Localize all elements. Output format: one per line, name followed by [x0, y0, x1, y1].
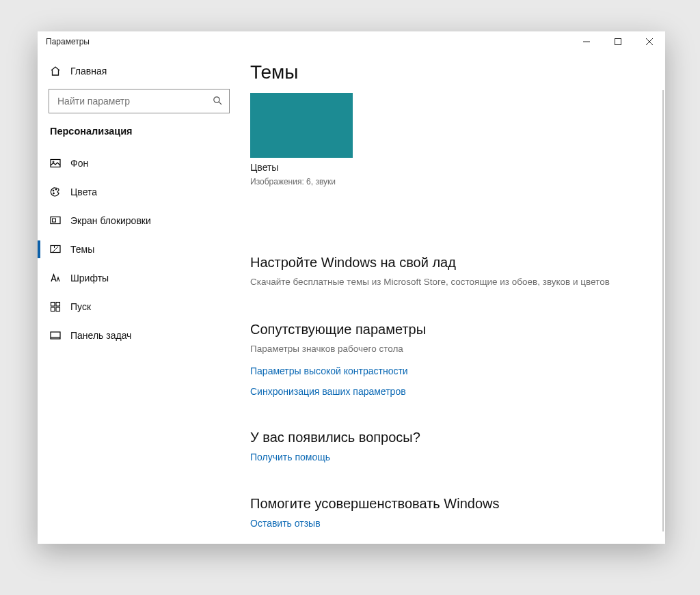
svg-rect-17 — [51, 307, 55, 312]
theme-card[interactable]: Цветы Изображения: 6, звуки — [250, 93, 353, 186]
feedback-heading: Помогите усовершенствовать Windows — [250, 496, 653, 512]
nav-label: Цвета — [70, 186, 97, 197]
svg-point-10 — [55, 189, 57, 190]
themes-icon — [50, 244, 61, 255]
svg-point-4 — [214, 97, 219, 102]
svg-rect-6 — [51, 160, 60, 167]
nav-item-themes[interactable]: Темы — [38, 235, 241, 264]
home-button[interactable]: Главная — [38, 61, 241, 89]
nav-label: Шрифты — [70, 273, 109, 283]
section-store: Настройте Windows на свой лад Скачайте б… — [250, 255, 653, 289]
nav-item-taskbar[interactable]: Панель задач — [38, 321, 241, 350]
fonts-icon — [50, 273, 61, 283]
theme-thumbnail — [250, 93, 353, 158]
nav-label: Панель задач — [70, 330, 131, 341]
start-icon — [50, 301, 61, 312]
nav-label: Пуск — [70, 301, 91, 312]
home-label: Главная — [70, 66, 107, 77]
svg-point-7 — [53, 161, 54, 163]
nav-item-background[interactable]: Фон — [38, 149, 241, 178]
nav-list: Фон Цвета Экран блокировки — [38, 149, 241, 350]
lockscreen-icon — [50, 215, 61, 226]
image-icon — [50, 158, 61, 169]
nav-item-colors[interactable]: Цвета — [38, 178, 241, 206]
nav-item-lockscreen[interactable]: Экран блокировки — [38, 206, 241, 235]
store-desc: Скачайте бесплатные темы из Microsoft St… — [250, 276, 653, 289]
section-related: Сопутствующие параметры Параметры значко… — [250, 322, 653, 397]
scrollbar-vertical[interactable] — [662, 90, 664, 531]
svg-point-8 — [53, 190, 54, 191]
section-title: Персонализация — [38, 126, 241, 149]
related-heading: Сопутствующие параметры — [250, 322, 653, 337]
feedback-link[interactable]: Оставить отзыв — [250, 518, 321, 529]
page-title: Темы — [250, 61, 653, 83]
nav-label: Темы — [70, 244, 94, 255]
svg-rect-1 — [615, 39, 621, 45]
nav-item-start[interactable]: Пуск — [38, 292, 241, 321]
store-heading: Настройте Windows на свой лад — [250, 255, 653, 271]
window-title: Параметры — [46, 37, 90, 46]
search-box[interactable] — [49, 89, 230, 113]
close-button[interactable] — [634, 31, 665, 52]
titlebar: Параметры — [38, 31, 665, 52]
palette-icon — [50, 186, 61, 197]
svg-rect-16 — [56, 303, 60, 307]
minimize-button[interactable] — [571, 31, 602, 52]
search-input[interactable] — [56, 95, 213, 107]
theme-name: Цветы — [250, 162, 353, 173]
nav-item-fonts[interactable]: Шрифты — [38, 264, 241, 292]
nav-label: Фон — [70, 158, 88, 169]
svg-point-9 — [53, 193, 55, 194]
svg-line-5 — [219, 102, 221, 105]
svg-rect-18 — [56, 307, 60, 312]
nav-label: Экран блокировки — [70, 215, 151, 226]
maximize-button[interactable] — [602, 31, 634, 52]
related-link-high-contrast[interactable]: Параметры высокой контрастности — [250, 365, 653, 376]
section-feedback: Помогите усовершенствовать Windows Остав… — [250, 496, 653, 529]
search-icon — [213, 96, 224, 107]
taskbar-icon — [50, 330, 61, 341]
settings-window: Параметры Главная — [38, 31, 665, 544]
section-help: У вас появились вопросы? Получить помощь — [250, 430, 653, 463]
sidebar: Главная Персонализация Фон — [38, 52, 241, 544]
help-heading: У вас появились вопросы? — [250, 430, 653, 445]
svg-rect-12 — [53, 219, 56, 222]
home-icon — [50, 66, 61, 77]
theme-subtitle: Изображения: 6, звуки — [250, 177, 353, 186]
related-link-sync[interactable]: Синхронизация ваших параметров — [250, 386, 653, 397]
related-link-desktop-icons[interactable]: Параметры значков рабочего стола — [250, 343, 653, 356]
help-link[interactable]: Получить помощь — [250, 452, 330, 462]
svg-rect-15 — [51, 303, 55, 307]
window-controls — [571, 31, 665, 52]
content-pane: Темы Цветы Изображения: 6, звуки Настрой… — [241, 52, 665, 544]
